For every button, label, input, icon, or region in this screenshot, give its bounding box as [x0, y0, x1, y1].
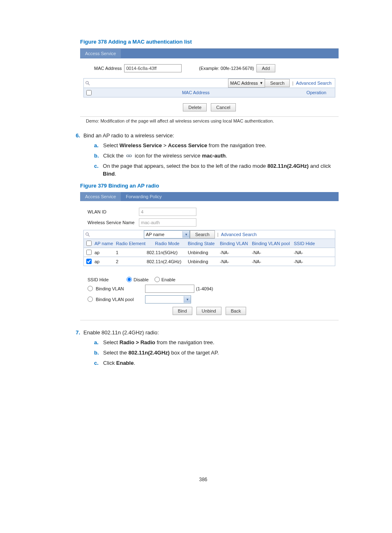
ws-name-field: mac-auth [139, 218, 196, 227]
binding-vlan-label: Binding VLAN [96, 286, 145, 291]
caret-down-icon: ▼ [260, 81, 263, 85]
step6c-text: On the page that appears, select the box… [103, 162, 339, 178]
step7a-text: Select Radio > Radio from the navigation… [103, 339, 214, 347]
svg-point-0 [86, 81, 88, 84]
chevron-down-icon: ▾ [182, 231, 189, 238]
col-ap-name: AP name [94, 241, 116, 246]
search-icon [84, 79, 91, 87]
fig379-panel: Access Service Forwarding Policy WLAN ID… [80, 192, 339, 320]
binding-vlan-pool-select[interactable]: ▾ [145, 295, 191, 304]
figure-378-caption: Figure 378 Adding a MAC authentication l… [80, 39, 339, 45]
fig378-grid-header: MAC Address Operation [83, 88, 335, 97]
step-6-number: 6. [68, 132, 83, 180]
table-row: ap 2 802.11n(2.4GHz) Unbinding -NA- -NA-… [84, 257, 335, 266]
link-chain-icon [125, 154, 133, 158]
ssid-hide-enable[interactable]: Enable [154, 277, 175, 282]
select-all-checkbox-2[interactable] [86, 241, 92, 246]
col-ssid-hide: SSID Hide [294, 241, 318, 246]
row-checkbox[interactable] [86, 259, 92, 264]
fig378-demo-note: Demo: Modification of the page will affe… [86, 118, 339, 123]
step7b-label: b. [94, 349, 103, 357]
fig378-panel: Access Service MAC Address (Example: 00f… [80, 48, 339, 117]
step7b-text: Select the 802.11n(2.4GHz) box of the ta… [103, 349, 219, 357]
chevron-down-icon: ▾ [184, 296, 191, 303]
col-binding-vlan-pool: Binding VLAN pool [252, 241, 294, 246]
search-button[interactable]: Search [265, 79, 290, 87]
ssid-hide-label: SSID Hide [83, 277, 127, 282]
binding-vlan-radio[interactable] [88, 286, 93, 291]
step7a-label: a. [94, 339, 103, 347]
step-6-text: Bind an AP radio to a wireless service: [83, 132, 339, 139]
figure-379-caption: Figure 379 Binding an AP radio [80, 183, 339, 189]
step6c-label: c. [94, 162, 103, 178]
ssid-hide-disable[interactable]: Disable [127, 277, 149, 282]
tab-access-service[interactable]: Access Service [80, 49, 121, 58]
ws-name-label: Wireless Service Name [83, 220, 139, 225]
row-checkbox[interactable] [86, 250, 92, 255]
mac-example-text: (Example: 00fe-1234-5678) [199, 66, 254, 71]
wlan-id-label: WLAN ID [83, 209, 139, 214]
col-binding-state: Binding State [188, 241, 220, 246]
page-number: 386 [68, 477, 339, 482]
search-field-select[interactable]: MAC Address▼ [228, 79, 265, 88]
binding-vlan-range: (1-4094) [194, 286, 213, 291]
select-all-checkbox[interactable] [86, 90, 92, 95]
advanced-search-link[interactable]: Advanced Search [296, 81, 335, 86]
back-button[interactable]: Back [226, 307, 246, 315]
col-mac-address: MAC Address [94, 90, 298, 95]
binding-vlan-input[interactable] [145, 285, 194, 293]
step-7-text: Enable 802.11n (2.4GHz) radio: [83, 329, 339, 336]
fig378-tabbar: Access Service [80, 49, 339, 58]
mac-address-label: MAC Address [94, 66, 122, 71]
search-icon [84, 231, 91, 238]
step6b-text: Click the icon for the wireless service … [103, 152, 227, 160]
fig379-grid: AP name Radio Element Radio Mode Binding… [83, 239, 335, 266]
table-row: ap 1 802.11n(5GHz) Unbinding -NA- -NA- -… [84, 248, 335, 257]
col-radio-element: Radio Element [116, 241, 147, 246]
binding-vlan-pool-radio[interactable] [88, 297, 93, 302]
search-button-2[interactable]: Search [190, 230, 215, 239]
fig379-search-bar: AP name ▾ Search | Advanced Search [83, 230, 335, 239]
mac-address-input[interactable] [124, 64, 182, 72]
fig379-grid-header: AP name Radio Element Radio Mode Binding… [84, 239, 335, 248]
col-radio-mode: Radio Mode [147, 241, 188, 246]
step7c-text: Click Enable. [103, 359, 135, 367]
fig379-tabbar: Access Service Forwarding Policy [80, 192, 339, 201]
fig378-search-bar: MAC Address▼ Search | Advanced Search [83, 78, 335, 88]
col-binding-vlan: Binding VLAN [220, 241, 252, 246]
step7c-label: c. [94, 359, 103, 367]
wlan-id-field: 4 [139, 208, 196, 216]
delete-button[interactable]: Delete [183, 103, 207, 111]
search-field-select-2[interactable]: AP name ▾ [144, 230, 190, 239]
unbind-button[interactable]: Unbind [196, 307, 221, 315]
advanced-search-link-2[interactable]: Advanced Search [221, 232, 260, 237]
binding-vlan-pool-label: Binding VLAN pool [96, 297, 145, 302]
svg-line-1 [88, 84, 90, 86]
col-operation: Operation [298, 90, 335, 95]
add-button[interactable]: Add [256, 64, 275, 72]
tab-access-service-2[interactable]: Access Service [80, 192, 121, 201]
tab-forwarding-policy[interactable]: Forwarding Policy [121, 192, 166, 201]
step6b-label: b. [94, 152, 103, 160]
step6a-text: Select Wireless Service > Access Service… [103, 142, 266, 150]
svg-line-5 [88, 235, 90, 237]
step6a-label: a. [94, 142, 103, 150]
svg-point-4 [86, 233, 88, 235]
step-7-number: 7. [68, 329, 83, 370]
cancel-button[interactable]: Cancel [211, 103, 235, 111]
bind-button[interactable]: Bind [173, 307, 192, 315]
